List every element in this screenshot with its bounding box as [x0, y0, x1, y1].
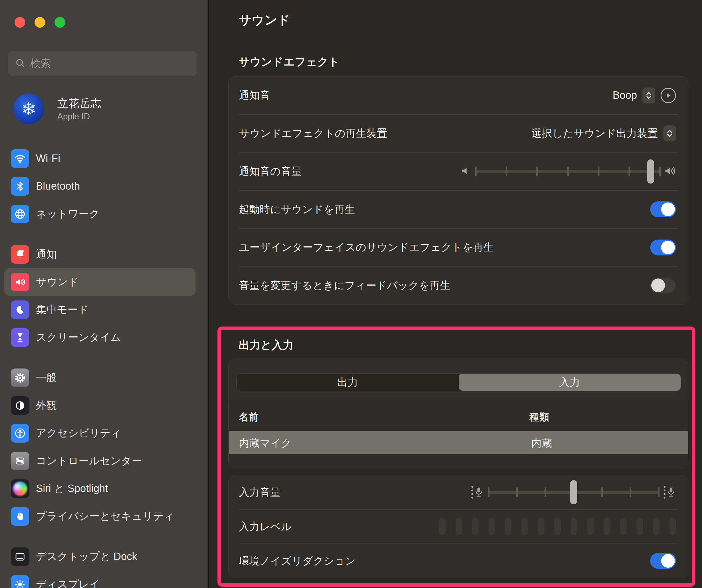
input-level-row: 入力レベル [229, 509, 688, 544]
mic-quiet-icon [471, 486, 484, 499]
sidebar-item-general[interactable]: 一般 [0, 364, 208, 392]
playback-device-value: 選択したサウンド出力装置 [532, 126, 658, 140]
input-level-meter [439, 518, 676, 535]
table-header: 名前 種類 [229, 400, 688, 430]
column-header-name: 名前 [239, 410, 259, 424]
gear-icon [11, 369, 29, 387]
sidebar-item-bluetooth[interactable]: Bluetooth [0, 172, 208, 200]
input-volume-slider[interactable] [471, 486, 676, 499]
sidebar-item-label: ネットワーク [36, 207, 100, 221]
bluetooth-icon [11, 177, 29, 196]
input-volume-label: 入力音量 [239, 485, 280, 499]
section-title-sound-effects: サウンドエフェクト [239, 54, 340, 70]
column-header-type: 種類 [530, 410, 549, 424]
startup-sound-label: 起動時にサウンドを再生 [239, 202, 355, 216]
ui-sound-effects-toggle[interactable] [650, 239, 676, 256]
sidebar-item-label: スクリーンタイム [36, 330, 121, 345]
hourglass-icon [11, 328, 29, 347]
sidebar-item-network[interactable]: ネットワーク [0, 200, 208, 228]
search-input[interactable]: 検索 [8, 51, 197, 76]
sidebar-items: Wi-Fi Bluetooth ネットワーク 通知 サウン [0, 144, 208, 588]
play-button[interactable] [661, 88, 676, 103]
main-panel: サウンド サウンドエフェクト 通知音 Boop サウンドエフェクトの再生装置 選… [209, 0, 702, 588]
noise-reduction-row: 環境ノイズリダクション [229, 544, 688, 578]
input-settings-card: 入力音量 入力レベル [228, 475, 688, 578]
input-volume-row: 入力音量 [229, 475, 688, 509]
table-row[interactable]: 内蔵マイク 内蔵 [229, 431, 688, 454]
input-level-label: 入力レベル [239, 520, 292, 534]
alert-volume-label: 通知音の音量 [239, 164, 302, 178]
bell-icon [11, 245, 29, 264]
apple-id-item[interactable]: ❄ 立花岳志 Apple ID [13, 94, 101, 124]
tab-input[interactable]: 入力 [459, 374, 681, 391]
dock-icon [11, 548, 29, 566]
tab-output[interactable]: 出力 [237, 374, 459, 391]
sidebar-item-screen-time[interactable]: スクリーンタイム [0, 323, 208, 351]
noise-reduction-toggle[interactable] [650, 553, 676, 569]
section-title-output-input: 出力と入力 [239, 337, 294, 353]
ui-sound-effects-label: ユーザインターフェイスのサウンドエフェクトを再生 [239, 240, 494, 254]
sidebar-item-appearance[interactable]: 外観 [0, 392, 208, 419]
system-settings-window: 検索 ❄ 立花岳志 Apple ID Wi-Fi Bluetooth [0, 0, 702, 588]
speaker-icon [11, 273, 29, 291]
sidebar-item-display[interactable]: ディスプレイ [0, 570, 208, 588]
playback-device-stepper[interactable] [663, 125, 676, 141]
mic-loud-icon [664, 486, 676, 499]
sidebar-item-accessibility[interactable]: アクセシビリティ [0, 419, 208, 447]
sidebar-item-wifi[interactable]: Wi-Fi [0, 144, 208, 172]
sidebar-item-label: デスクトップと Dock [36, 550, 137, 564]
noise-reduction-label: 環境ノイズリダクション [239, 554, 356, 568]
sidebar: 検索 ❄ 立花岳志 Apple ID Wi-Fi Bluetooth [0, 0, 208, 588]
sidebar-item-label: プライバシーとセキュリティ [36, 509, 174, 523]
alert-volume-thumb[interactable] [647, 160, 654, 184]
sidebar-item-control-center[interactable]: コントロールセンター [0, 447, 208, 475]
control-center-icon [11, 452, 29, 470]
device-type: 内蔵 [531, 436, 552, 450]
wifi-icon [11, 149, 29, 168]
input-volume-thumb[interactable] [570, 480, 577, 504]
display-icon [11, 575, 29, 588]
volume-feedback-label: 音量を変更するときにフィードバックを再生 [239, 279, 451, 292]
close-button[interactable] [14, 17, 25, 28]
volume-feedback-toggle[interactable] [650, 277, 676, 293]
sidebar-item-label: ディスプレイ [36, 577, 100, 588]
avatar: ❄ [13, 94, 44, 124]
moon-icon [11, 300, 29, 319]
sidebar-item-label: アクセシビリティ [36, 426, 121, 440]
speaker-min-icon [462, 166, 471, 177]
hand-icon [11, 507, 29, 526]
profile-subtitle: Apple ID [57, 112, 101, 121]
output-input-segmented-control: 出力 入力 [236, 373, 681, 391]
startup-sound-toggle[interactable] [650, 201, 676, 217]
alert-sound-value: Boop [613, 89, 637, 101]
page-title: サウンド [239, 11, 290, 28]
sidebar-item-sound[interactable]: サウンド [4, 268, 196, 296]
sidebar-item-notifications[interactable]: 通知 [0, 240, 208, 268]
globe-icon [11, 205, 29, 223]
playback-device-row: サウンドエフェクトの再生装置 選択したサウンド出力装置 [229, 115, 688, 153]
sidebar-item-label: サウンド [36, 275, 79, 289]
sidebar-item-focus[interactable]: 集中モード [0, 296, 208, 323]
search-icon [15, 58, 26, 70]
output-input-card: 出力 入力 名前 種類 内蔵マイク 内蔵 [228, 359, 688, 468]
accessibility-icon [11, 424, 29, 443]
sidebar-item-desktop-dock[interactable]: デスクトップと Dock [0, 543, 208, 570]
minimize-button[interactable] [34, 17, 45, 28]
device-table: 名前 種類 内蔵マイク 内蔵 [229, 400, 688, 468]
sidebar-item-siri-spotlight[interactable]: Siri と Spotlight [0, 475, 208, 502]
sidebar-item-label: Bluetooth [36, 180, 80, 192]
alert-volume-slider[interactable] [462, 166, 676, 177]
ui-sound-effects-row: ユーザインターフェイスのサウンドエフェクトを再生 [229, 228, 688, 267]
profile-name: 立花岳志 [57, 96, 101, 110]
device-name: 内蔵マイク [239, 436, 292, 450]
sidebar-item-label: 通知 [36, 247, 57, 261]
appearance-icon [11, 396, 29, 415]
sidebar-item-privacy-security[interactable]: プライバシーとセキュリティ [0, 502, 208, 530]
alert-sound-stepper[interactable] [642, 88, 655, 103]
sidebar-item-label: Siri と Spotlight [36, 482, 108, 496]
playback-device-label: サウンドエフェクトの再生装置 [239, 126, 387, 140]
alert-sound-label: 通知音 [239, 88, 270, 102]
sidebar-item-label: 集中モード [36, 303, 89, 317]
siri-icon [11, 479, 29, 498]
zoom-button[interactable] [54, 17, 65, 28]
